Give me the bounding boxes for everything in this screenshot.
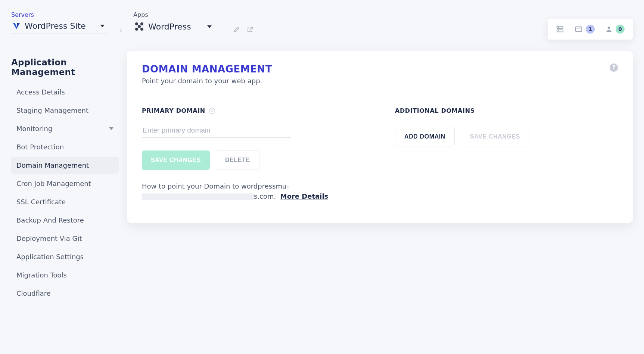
app-crumb: Apps WordPress xyxy=(133,11,215,35)
sidebar-item-cloudflare[interactable]: Cloudflare xyxy=(11,285,119,302)
save-changes-button[interactable]: SAVE CHANGES xyxy=(142,150,210,170)
sidebar-item-staging-management[interactable]: Staging Management xyxy=(11,102,119,119)
more-details-link[interactable]: More Details xyxy=(280,192,329,200)
section-label: PRIMARY DOMAIN xyxy=(142,107,205,114)
topbar: Servers WordPress Site › Apps WordPress xyxy=(0,0,644,40)
user-icon xyxy=(605,25,613,33)
svg-point-10 xyxy=(608,27,610,29)
help-text-pre: How to point your Domain to wordpressmu- xyxy=(142,182,289,190)
servers-label: Servers xyxy=(11,11,108,18)
sidebar-item-label: Cloudflare xyxy=(16,289,51,297)
sidebar-item-ssl-certificate[interactable]: SSL Certificate xyxy=(11,193,119,210)
svg-rect-9 xyxy=(576,27,582,32)
caret-down-icon xyxy=(100,25,105,27)
sidebar-item-monitoring[interactable]: Monitoring xyxy=(11,120,119,137)
svg-point-0 xyxy=(135,22,138,25)
sidebar-list: Access Details Staging Management Monito… xyxy=(11,84,119,302)
chevron-down-icon xyxy=(109,127,113,130)
sidebar-item-label: Backup And Restore xyxy=(16,216,84,224)
users-badge: 0 xyxy=(616,25,625,34)
sidebar-item-domain-management[interactable]: Domain Management xyxy=(11,157,119,174)
primary-domain-input[interactable] xyxy=(142,123,291,138)
svg-point-3 xyxy=(140,28,143,31)
add-domain-button[interactable]: ADD DOMAIN xyxy=(395,127,455,146)
delete-button[interactable]: DELETE xyxy=(216,150,259,170)
sidebar-item-label: Cron Job Management xyxy=(16,180,91,187)
panel-header: DOMAIN MANAGEMENT Point your domain to y… xyxy=(142,63,618,85)
server-name: WordPress Site xyxy=(25,21,86,31)
sidebar-item-label: SSL Certificate xyxy=(16,198,66,206)
sidebar-item-access-details[interactable]: Access Details xyxy=(11,84,119,100)
browser-icon xyxy=(575,25,583,33)
dns-help-text: How to point your Domain to wordpressmu-… xyxy=(142,181,343,201)
app-name: WordPress xyxy=(148,22,191,31)
app-selector[interactable]: WordPress xyxy=(133,21,215,35)
sidebar-item-label: Bot Protection xyxy=(16,143,64,151)
widget-servers[interactable] xyxy=(556,25,564,33)
sidebar-item-migration-tools[interactable]: Migration Tools xyxy=(11,267,119,283)
save-additional-button[interactable]: SAVE CHANGES xyxy=(461,127,529,146)
status-widget: 1 0 xyxy=(548,19,633,40)
svg-point-8 xyxy=(558,31,559,31)
sidebar-item-deployment-via-git[interactable]: Deployment Via Git xyxy=(11,230,119,247)
panel-subtitle: Point your domain to your web app. xyxy=(142,77,272,85)
server-provider-icon xyxy=(12,22,21,31)
svg-point-4 xyxy=(138,25,141,28)
app-actions xyxy=(233,26,253,33)
sidebar-item-bot-protection[interactable]: Bot Protection xyxy=(11,139,119,155)
sidebar-item-label: Staging Management xyxy=(16,106,88,114)
primary-domain-column: PRIMARY DOMAIN i SAVE CHANGES DELETE How… xyxy=(142,107,365,208)
edit-icon[interactable] xyxy=(233,26,240,33)
server-icon xyxy=(556,25,564,33)
open-external-icon[interactable] xyxy=(247,26,253,33)
server-selector[interactable]: WordPress Site xyxy=(11,21,108,34)
caret-down-icon xyxy=(207,25,212,28)
widget-pages[interactable]: 1 xyxy=(575,25,595,34)
sidebar-item-label: Monitoring xyxy=(16,125,52,133)
additional-domains-column: ADDITIONAL DOMAINS ADD DOMAIN SAVE CHANG… xyxy=(395,107,618,208)
help-icon[interactable]: ? xyxy=(610,63,618,72)
redacted-segment xyxy=(142,193,254,200)
wordpress-icon xyxy=(134,21,144,32)
sidebar-item-label: Deployment Via Git xyxy=(16,235,82,242)
additional-domains-heading: ADDITIONAL DOMAINS xyxy=(395,107,618,114)
section-label: ADDITIONAL DOMAINS xyxy=(395,107,475,114)
panel-domain-management: DOMAIN MANAGEMENT Point your domain to y… xyxy=(127,51,633,223)
info-icon[interactable]: i xyxy=(209,108,215,114)
sidebar-title: Application Management xyxy=(11,58,119,77)
layout: Application Management Access Details St… xyxy=(0,40,644,313)
panel-title: DOMAIN MANAGEMENT xyxy=(142,63,272,75)
sidebar-item-label: Application Settings xyxy=(16,253,84,261)
svg-point-2 xyxy=(135,28,138,31)
sidebar-item-backup-and-restore[interactable]: Backup And Restore xyxy=(11,212,119,229)
apps-label: Apps xyxy=(133,11,215,18)
chevron-right-icon: › xyxy=(119,11,122,34)
svg-point-7 xyxy=(558,27,559,28)
primary-buttons: SAVE CHANGES DELETE xyxy=(142,150,365,170)
panel-columns: PRIMARY DOMAIN i SAVE CHANGES DELETE How… xyxy=(142,107,618,208)
pages-badge: 1 xyxy=(586,25,595,34)
sidebar-item-label: Domain Management xyxy=(16,161,89,169)
sidebar-item-cron-job-management[interactable]: Cron Job Management xyxy=(11,175,119,192)
sidebar-item-application-settings[interactable]: Application Settings xyxy=(11,248,119,265)
sidebar-item-label: Migration Tools xyxy=(16,271,67,279)
widget-users[interactable]: 0 xyxy=(605,25,625,34)
server-crumb: Servers WordPress Site xyxy=(11,11,108,34)
help-text-post: s.com. xyxy=(254,192,276,200)
additional-buttons: ADD DOMAIN SAVE CHANGES xyxy=(395,127,618,146)
sidebar: Application Management Access Details St… xyxy=(11,51,119,302)
sidebar-item-label: Access Details xyxy=(16,88,65,96)
svg-point-1 xyxy=(140,22,143,25)
primary-domain-heading: PRIMARY DOMAIN i xyxy=(142,107,365,114)
column-divider xyxy=(380,107,380,208)
